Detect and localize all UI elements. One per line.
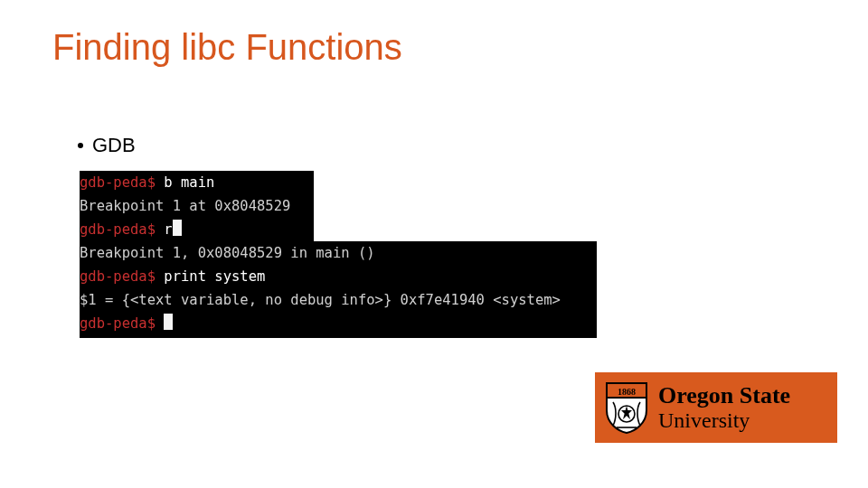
terminal-line: gdb-peda$ b main [80, 171, 314, 194]
gdb-prompt: gdb-peda$ [80, 315, 156, 332]
svg-text:1868: 1868 [618, 387, 636, 397]
logo-line1: Oregon State [658, 383, 790, 408]
terminal-cmd: b main [164, 174, 214, 191]
terminal-line: gdb-peda$ print system [80, 265, 597, 288]
gdb-prompt: gdb-peda$ [80, 268, 156, 285]
terminal-block-top: gdb-peda$ b main Breakpoint 1 at 0x80485… [80, 171, 314, 241]
slide-title: Finding libc Functions [52, 27, 402, 68]
terminal-output: Breakpoint 1, 0x08048529 in main () [80, 241, 597, 265]
terminal-line: gdb-peda$ r [80, 218, 314, 241]
slide: Finding libc Functions GDB gdb-peda$ b m… [0, 0, 868, 488]
gdb-prompt: gdb-peda$ [80, 174, 156, 191]
bullet-dot-icon [78, 143, 83, 148]
terminal-output: Breakpoint 1 at 0x8048529 [80, 194, 314, 218]
bullet-text: GDB [92, 134, 136, 157]
logo-line2: University [658, 409, 790, 432]
gdb-prompt: gdb-peda$ [80, 221, 156, 238]
terminal-line: gdb-peda$ [80, 312, 597, 335]
bullet-item: GDB [78, 134, 136, 157]
terminal-cmd: print system [164, 268, 265, 285]
terminal-cmd: r [164, 221, 172, 238]
cursor-icon [173, 220, 182, 236]
cursor-icon [164, 314, 173, 330]
terminal-output: $1 = {<text variable, no debug info>} 0x… [80, 288, 597, 312]
shield-icon: 1868 [604, 380, 649, 435]
logo-text: Oregon State University [658, 383, 790, 432]
terminal-block-bottom: Breakpoint 1, 0x08048529 in main () gdb-… [80, 241, 597, 338]
university-logo: 1868 Oregon State University [595, 372, 837, 443]
